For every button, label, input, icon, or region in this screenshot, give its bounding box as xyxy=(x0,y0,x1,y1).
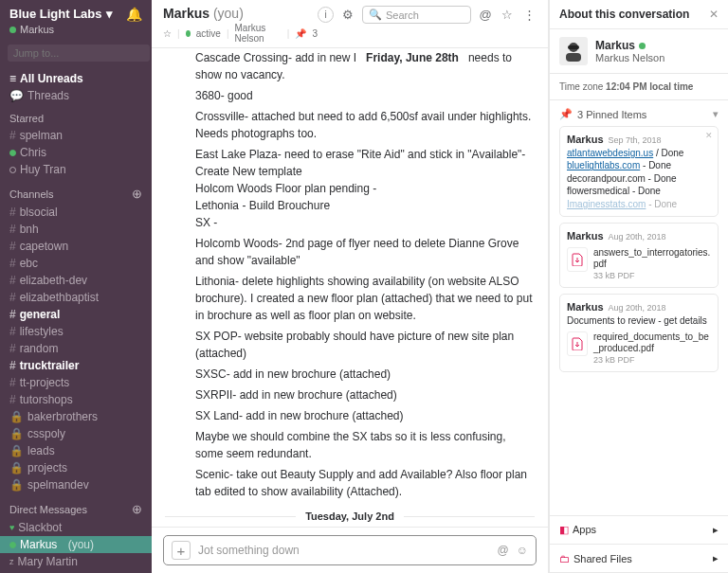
avatar[interactable] xyxy=(559,37,588,65)
info-icon[interactable]: i xyxy=(318,7,334,23)
channels-header[interactable]: Channels⊕ xyxy=(0,184,152,204)
channel-header: Markus (you) ☆| active| Markus Nelson| 📌… xyxy=(152,0,548,48)
dm-markus[interactable]: Markus (you) xyxy=(0,536,152,553)
add-channel-icon[interactable]: ⊕ xyxy=(132,187,142,201)
pdf-icon xyxy=(567,331,588,356)
jump-to-input[interactable] xyxy=(8,45,150,62)
channel-item-leads[interactable]: 🔒leads xyxy=(0,442,152,459)
shared-files-section[interactable]: 🗀Shared Files▸ xyxy=(550,545,728,573)
channel-item-trucktrailer[interactable]: #trucktrailer xyxy=(0,357,152,374)
emoji-button[interactable]: ☺ xyxy=(517,544,528,557)
channel-item-ebc[interactable]: #ebc xyxy=(0,255,152,272)
presence-icon xyxy=(9,27,16,33)
channel-item-bakerbrothers[interactable]: 🔒bakerbrothers xyxy=(0,408,152,425)
details-pane: About this conversation ✕ Markus Markus … xyxy=(549,0,728,573)
date-divider: Tuesday, July 2nd xyxy=(165,508,535,525)
composer-input[interactable]: Jot something down xyxy=(198,544,490,557)
starred-header[interactable]: Starred xyxy=(0,110,152,127)
channel-item-csspoly[interactable]: 🔒csspoly xyxy=(0,425,152,442)
sidebar: Blue Light Labs▾ Markus 🔔 ‹ › ≡All Unrea… xyxy=(0,0,152,573)
file-name[interactable]: answers_to_interrogatories.pdf xyxy=(593,247,711,270)
more-icon[interactable]: ⋮ xyxy=(521,8,537,23)
chevron-down-icon: ▾ xyxy=(106,7,113,21)
chevron-right-icon: ▸ xyxy=(713,552,719,564)
presence-icon xyxy=(639,43,646,49)
add-dm-icon[interactable]: ⊕ xyxy=(132,502,142,516)
folder-icon: 🗀 xyxy=(559,553,570,564)
pin-icon: 📌 xyxy=(559,108,573,120)
dm-slackbot[interactable]: ♥Slackbot xyxy=(0,519,152,536)
pdf-icon xyxy=(567,247,588,272)
main-column: Markus (you) ☆| active| Markus Nelson| 📌… xyxy=(152,0,549,573)
channel-item-elizabethbaptist[interactable]: #elizabethbaptist xyxy=(0,289,152,306)
channel-item-projects[interactable]: 🔒projects xyxy=(0,459,152,476)
jump-to: ‹ › xyxy=(8,45,144,62)
channel-item-capetown[interactable]: #capetown xyxy=(0,238,152,255)
channel-item-general[interactable]: #general xyxy=(0,306,152,323)
apps-section[interactable]: ◧Apps▸ xyxy=(550,516,728,545)
pinned-item[interactable]: MarkusAug 20th, 2018 Documents to review… xyxy=(559,294,719,371)
all-unreads[interactable]: ≡All Unreads xyxy=(0,70,152,87)
file-name[interactable]: required_documents_to_be_produced.pdf xyxy=(593,331,711,354)
apps-icon: ◧ xyxy=(559,524,569,535)
channel-item-tutorshops[interactable]: #tutorshops xyxy=(0,391,152,408)
profile-section: Markus Markus Nelson xyxy=(550,29,728,74)
star-icon[interactable]: ☆ xyxy=(163,28,172,39)
workspace-name: Blue Light Labs xyxy=(9,7,102,21)
timezone-section: Time zone 12:04 PM local time xyxy=(550,74,728,100)
message-text: Cascade Crossing- add in new I Friday, J… xyxy=(165,49,535,500)
workspace-header[interactable]: Blue Light Labs▾ Markus 🔔 xyxy=(0,0,152,41)
channel-item-tt-projects[interactable]: #tt-projects xyxy=(0,374,152,391)
dm-mary[interactable]: zMary Martin xyxy=(0,553,152,570)
presence-icon xyxy=(186,30,191,37)
chevron-down-icon: ▾ xyxy=(713,108,719,120)
threads[interactable]: 💬Threads xyxy=(0,87,152,104)
profile-name: Markus xyxy=(595,39,635,52)
close-icon[interactable]: ✕ xyxy=(709,8,719,21)
bell-icon[interactable]: 🔔 xyxy=(126,7,142,22)
pin-icon[interactable]: 📌 xyxy=(295,28,306,39)
starred-item-huy[interactable]: Huy Tran xyxy=(0,161,152,178)
status-active: active xyxy=(196,28,221,39)
dms-header[interactable]: Direct Messages⊕ xyxy=(0,499,152,519)
search-icon: 🔍 xyxy=(369,9,382,21)
starred-item-chris[interactable]: Chris xyxy=(0,144,152,161)
starred-item-spelman[interactable]: #spelman xyxy=(0,127,152,144)
profile-fullname: Markus Nelson xyxy=(595,52,664,63)
pinned-item[interactable]: ✕ MarkusSep 7th, 2018 atlantawebdesign.u… xyxy=(559,126,719,217)
channel-item-random[interactable]: #random xyxy=(0,340,152,357)
pinned-header[interactable]: 📌3 Pinned Items ▾ xyxy=(559,108,719,120)
channel-item-spelmandev[interactable]: 🔒spelmandev xyxy=(0,476,152,493)
channel-item-elizabeth-dev[interactable]: #elizabeth-dev xyxy=(0,272,152,289)
mentions-icon[interactable]: @ xyxy=(478,8,493,23)
channel-item-bnh[interactable]: #bnh xyxy=(0,221,152,238)
composer: + Jot something down @ ☺ xyxy=(152,527,548,573)
channel-title: Markus xyxy=(163,6,209,21)
details-header: About this conversation ✕ xyxy=(550,0,728,29)
search-input[interactable]: 🔍Search xyxy=(362,6,471,24)
channel-item-blsocial[interactable]: #blsocial xyxy=(0,204,152,221)
pinned-section: 📌3 Pinned Items ▾ ✕ MarkusSep 7th, 2018 … xyxy=(550,100,728,516)
remove-pin-icon[interactable]: ✕ xyxy=(705,130,713,141)
attach-button[interactable]: + xyxy=(172,541,191,560)
full-name: Markus Nelson xyxy=(235,23,282,44)
chevron-right-icon: ▸ xyxy=(713,524,719,536)
star-list-icon[interactable]: ☆ xyxy=(500,8,515,23)
pinned-item[interactable]: MarkusAug 20th, 2018 answers_to_interrog… xyxy=(559,223,719,288)
gear-icon[interactable]: ⚙ xyxy=(340,8,355,23)
pin-count: 3 xyxy=(312,28,318,39)
svg-rect-1 xyxy=(566,53,581,62)
current-user-name: Markus xyxy=(20,24,54,35)
message-list[interactable]: Cascade Crossing- add in new I Friday, J… xyxy=(152,48,548,527)
mention-button[interactable]: @ xyxy=(498,544,509,557)
svg-rect-2 xyxy=(568,45,579,49)
channel-item-lifestyles[interactable]: #lifestyles xyxy=(0,323,152,340)
